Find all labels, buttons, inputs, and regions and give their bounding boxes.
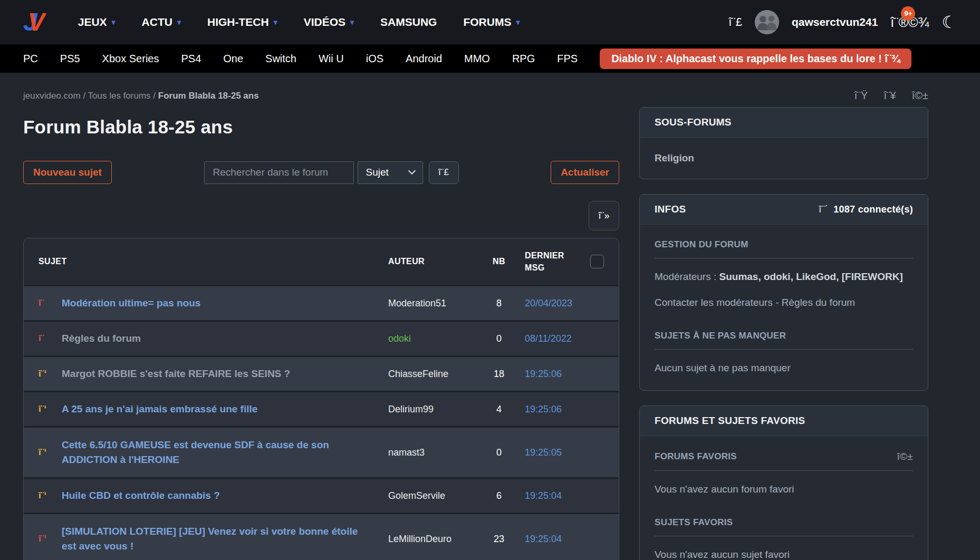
nav-item-actu[interactable]: ACTU▾: [142, 16, 181, 28]
new-topic-button[interactable]: Nouveau sujet: [23, 161, 112, 184]
topic-last-msg[interactable]: 20/04/2023: [517, 298, 580, 309]
subforum-link-religion[interactable]: Religion: [655, 152, 694, 163]
pagination-row: î¨»: [23, 201, 619, 230]
topic-author[interactable]: Delirium99: [388, 404, 434, 414]
subnav-ios[interactable]: iOS: [366, 53, 383, 65]
chevron-down-icon: ▾: [350, 18, 354, 26]
subnav-ps5[interactable]: PS5: [60, 53, 80, 65]
dark-mode-moon-icon[interactable]: ☾: [941, 14, 957, 31]
jv-logo[interactable]: JV: [23, 9, 43, 35]
chevron-down-icon: ▾: [112, 18, 116, 26]
search-input[interactable]: [204, 161, 354, 184]
edit-favorites-icon[interactable]: î©±: [897, 451, 913, 462]
no-must-read-topics-text: Aucun sujet à ne pas manquer: [655, 361, 913, 375]
subnav-one[interactable]: One: [223, 53, 243, 65]
topic-msg-count: 8: [481, 298, 517, 309]
subnav-android[interactable]: Android: [406, 53, 442, 65]
chevron-down-icon: ▾: [274, 18, 277, 26]
topic-title[interactable]: A 25 ans je n'ai jamais embrassé une fil…: [62, 402, 257, 417]
topic-last-msg[interactable]: 19:25:04: [517, 490, 580, 501]
header-right-cluster: î¨£ qawserctvun241 î¨®©¾ 9+ ☾: [728, 10, 957, 34]
contact-moderators-link[interactable]: Contacter les modérateurs: [655, 297, 773, 308]
breadcrumb-site[interactable]: jeuxvideo.com: [23, 91, 81, 101]
topic-author[interactable]: ChiasseFeline: [388, 369, 448, 379]
search-icon[interactable]: î¨£: [728, 15, 742, 29]
forum-search-group: Sujet î¨£: [204, 161, 459, 184]
topic-last-msg[interactable]: 08/11/2022: [517, 333, 580, 344]
topic-last-msg[interactable]: 19:25:04: [517, 534, 580, 545]
nav-item-jeux[interactable]: JEUX▾: [78, 16, 116, 28]
table-row[interactable]: î¨‘ Margot ROBBIE s'est faite REFAIRE le…: [24, 355, 619, 391]
table-row[interactable]: î¨ Modération ultime= pas nous Moderatio…: [24, 285, 619, 320]
avatar[interactable]: [755, 10, 779, 34]
nav-item-videos[interactable]: VIDÉOS▾: [304, 16, 354, 28]
infos-header: INFOS î¨´ 1087 connecté(s): [640, 195, 928, 225]
filter-selected-value: Sujet: [366, 167, 389, 178]
breadcrumb-row: jeuxvideo.com / Tous les forums / Forum …: [0, 73, 980, 102]
nav-item-hightech[interactable]: HIGH-TECH▾: [207, 16, 277, 28]
topic-last-msg[interactable]: 19:25:06: [517, 369, 580, 380]
topic-last-msg[interactable]: 19:25:06: [517, 404, 580, 415]
sujets-a-ne-pas-manquer-heading: SUJETS À NE PAS MANQUER: [655, 331, 913, 350]
page-title: Forum Blabla 18-25 ans: [23, 117, 619, 138]
favorite-icon[interactable]: î©±: [912, 90, 928, 102]
topic-title[interactable]: [SIMULATION LOTERIE] [JEU] Venez voir si…: [62, 524, 372, 553]
top-navigation-bar: JV JEUX▾ ACTU▾ HIGH-TECH▾ VIDÉOS▾ SAMSUN…: [0, 0, 980, 44]
subnav-ps4[interactable]: PS4: [181, 53, 201, 65]
share-icon[interactable]: î¨¥: [883, 90, 896, 102]
last-page-button[interactable]: î¨»: [589, 201, 619, 230]
avatar-silhouettes-image: [755, 10, 779, 34]
favoris-header: FORUMS ET SUJETS FAVORIS: [640, 406, 928, 436]
breadcrumb-all-forums[interactable]: Tous les forums: [88, 91, 151, 101]
infos-body: GESTION DU FORUM Modérateurs : Suumas, o…: [640, 225, 928, 390]
table-row[interactable]: î¨‘ Huile CBD et contrôle cannabis ? Gol…: [24, 477, 619, 513]
notifications-icon[interactable]: î¨®©¾ 9+: [890, 15, 929, 30]
subnav-switch[interactable]: Switch: [265, 53, 296, 65]
table-row[interactable]: î¨‘ [SIMULATION LOTERIE] [JEU] Venez voi…: [24, 513, 619, 560]
topic-title[interactable]: Règles du forum: [62, 331, 141, 346]
forum-rules-link[interactable]: Règles du forum: [782, 297, 855, 308]
table-row[interactable]: î¨ Règles du forum odoki 0 08/11/2022: [24, 320, 619, 355]
search-submit-button[interactable]: î¨£: [429, 161, 459, 184]
header-nb: NB: [481, 257, 517, 266]
topic-author[interactable]: Moderation51: [388, 298, 446, 308]
nav-item-forums[interactable]: FORUMS▾: [463, 16, 520, 28]
table-row[interactable]: î¨‘ A 25 ans je n'ai jamais embrassé une…: [24, 391, 619, 426]
topic-msg-count: 4: [481, 404, 517, 415]
username[interactable]: qawserctvun241: [792, 16, 878, 28]
subnav-mmo[interactable]: MMO: [464, 53, 490, 65]
header-dernier-msg: DERNIER MSG: [517, 249, 580, 274]
topic-author[interactable]: GolemServile: [388, 490, 445, 501]
nav-item-samsung[interactable]: SAMSUNG: [380, 16, 437, 28]
topic-title[interactable]: Modération ultime= pas nous: [62, 296, 200, 311]
subnav-rpg[interactable]: RPG: [512, 53, 535, 65]
no-favorite-forum-text: Vous n'avez aucun forum favori: [655, 482, 913, 497]
subnav-pc[interactable]: PC: [23, 53, 38, 65]
topic-title[interactable]: Huile CBD et contrôle cannabis ?: [62, 488, 220, 503]
subnav-xbox-series[interactable]: Xbox Series: [102, 53, 159, 65]
jv-logo-v: V: [28, 8, 43, 36]
breadcrumb: jeuxvideo.com / Tous les forums / Forum …: [23, 91, 259, 101]
table-header-row: SUJET AUTEUR NB DERNIER MSG: [24, 238, 619, 285]
topic-author[interactable]: namast3: [388, 447, 425, 458]
users-icon: î¨´: [819, 204, 828, 215]
topic-msg-count: 6: [481, 490, 517, 501]
topic-icon: î¨‘: [39, 369, 53, 379]
table-row[interactable]: î¨‘ Cette 6.5/10 GAMEUSE est devenue SDF…: [24, 426, 619, 477]
topic-msg-count: 18: [481, 369, 517, 380]
moderation-links-line: Contacter les modérateurs - Règles du fo…: [655, 296, 913, 310]
topic-title[interactable]: Cette 6.5/10 GAMEUSE est devenue SDF à c…: [62, 438, 372, 467]
diablo-promo-banner[interactable]: Diablo IV : Alphacast vous rappelle les …: [600, 49, 911, 69]
search-filter-select[interactable]: Sujet: [358, 161, 423, 184]
favoris-card: FORUMS ET SUJETS FAVORIS FORUMS FAVORIS …: [639, 405, 928, 560]
select-all-checkbox[interactable]: [590, 255, 604, 268]
topic-last-msg[interactable]: 19:25:05: [517, 447, 580, 458]
subnav-wiiu[interactable]: Wii U: [319, 53, 344, 65]
topic-title[interactable]: Margot ROBBIE s'est faite REFAIRE les SE…: [62, 366, 290, 381]
topic-author[interactable]: LeMillionDeuro: [388, 534, 451, 544]
favoris-body: FORUMS FAVORIS î©± Vous n'avez aucun for…: [640, 436, 928, 560]
topic-author[interactable]: odoki: [388, 333, 411, 344]
mobile-icon[interactable]: î¨Ÿ: [854, 90, 868, 102]
refresh-button[interactable]: Actualiser: [551, 161, 619, 184]
subnav-fps[interactable]: FPS: [557, 53, 578, 65]
